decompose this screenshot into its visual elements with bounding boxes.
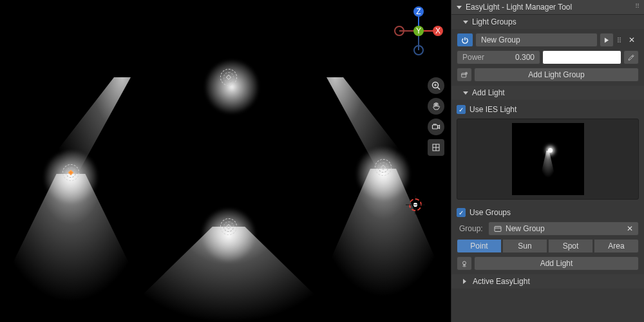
close-icon[interactable]: ✕ [627,224,633,233]
drag-handle-icon[interactable] [616,37,623,43]
disclosure-triangle-icon [463,21,468,24]
subpanel-title: Light Groups [472,17,516,26]
axis-gizmo[interactable]: X Z Y [394,6,443,55]
hand-icon[interactable] [428,98,444,115]
grid-icon[interactable] [428,139,444,156]
viewport-tool-stack [428,77,444,156]
svg-point-18 [435,124,437,125]
collection-icon [494,225,502,232]
power-label: Power [462,53,484,62]
subpanel-title: Active EasyLight [473,277,530,286]
properties-panel: EasyLight - Light Manager Tool ⠿ Light G… [451,0,644,322]
ies-preview-image [512,123,584,195]
camera-icon[interactable] [428,118,444,135]
ies-preview[interactable] [457,118,639,200]
panel-header-easylight[interactable]: EasyLight - Light Manager Tool ⠿ [451,0,644,15]
svg-line-13 [438,88,440,90]
disclosure-triangle-icon [457,6,462,9]
svg-text:X: X [435,26,440,35]
group-select[interactable]: New Group ✕ [488,222,639,236]
use-groups-label: Use Groups [469,208,511,217]
svg-rect-29 [495,227,501,232]
light-object[interactable] [220,218,237,235]
panel-title: EasyLight - Light Manager Tool [466,3,572,12]
light-beam [251,77,419,245]
add-light-button[interactable]: Add Light [474,256,639,270]
light-glow [196,52,267,122]
subpanel-header-add-light[interactable]: Add Light [451,86,644,100]
add-light-body: Use IES Light Use Groups Group: New Grou… [451,100,644,274]
light-type-sun[interactable]: Sun [502,239,547,253]
light-icon [461,260,468,268]
subpanel-title: Add Light [472,88,505,97]
group-name-input[interactable]: New Group [475,33,598,47]
power-value-field[interactable]: Power 0.300 [457,50,540,64]
light-type-area[interactable]: Area [594,239,639,253]
light-type-spot[interactable]: Spot [548,239,593,253]
zoom-icon[interactable] [428,77,444,94]
light-beam [303,169,464,322]
play-icon [604,37,609,43]
svg-text:Z: Z [416,7,421,16]
drag-handle-icon[interactable]: ⠿ [635,3,640,10]
light-glow [193,200,264,270]
subpanel-header-active-easylight[interactable]: Active EasyLight [451,274,644,289]
add-collection-icon [461,71,468,79]
svg-point-17 [433,124,435,125]
power-icon [461,36,469,44]
color-picker-button[interactable] [623,50,639,64]
eyedropper-icon [628,53,634,62]
power-value: 0.300 [515,53,535,62]
light-object-active[interactable] [62,164,79,181]
use-ies-label: Use IES Light [469,105,516,114]
use-groups-checkbox-row[interactable]: Use Groups [457,207,639,218]
color-swatch[interactable] [542,50,621,64]
add-light-icon-button[interactable] [457,256,472,270]
light-type-segmented: Point Sun Spot Area [457,239,639,253]
disclosure-triangle-icon [463,91,468,95]
group-field-label: Group: [457,224,486,233]
checkbox-checked-icon [457,208,466,217]
add-light-group-button[interactable]: Add Light Group [474,68,639,82]
svg-rect-16 [433,125,438,129]
light-beam [93,227,364,322]
light-beam [0,174,161,322]
power-toggle-button[interactable] [457,33,473,47]
add-group-icon-button[interactable] [457,68,472,82]
cursor-3d[interactable] [407,196,424,213]
light-type-point[interactable]: Point [457,239,502,253]
checkbox-checked-icon [457,105,466,114]
light-beam [39,77,206,245]
play-button[interactable] [600,33,614,47]
svg-text:Y: Y [416,26,421,35]
close-icon: ✕ [629,35,635,44]
light-groups-body: New Group ✕ Power 0.300 Add Light Group [451,29,644,86]
light-object[interactable] [220,69,237,86]
viewport-3d[interactable]: X Z Y [0,0,451,322]
svg-point-31 [463,261,466,264]
light-object[interactable] [375,159,392,176]
disclosure-triangle-icon [463,279,469,284]
subpanel-header-light-groups[interactable]: Light Groups [451,15,644,29]
use-ies-checkbox-row[interactable]: Use IES Light [457,104,639,115]
remove-group-button[interactable]: ✕ [625,33,639,47]
